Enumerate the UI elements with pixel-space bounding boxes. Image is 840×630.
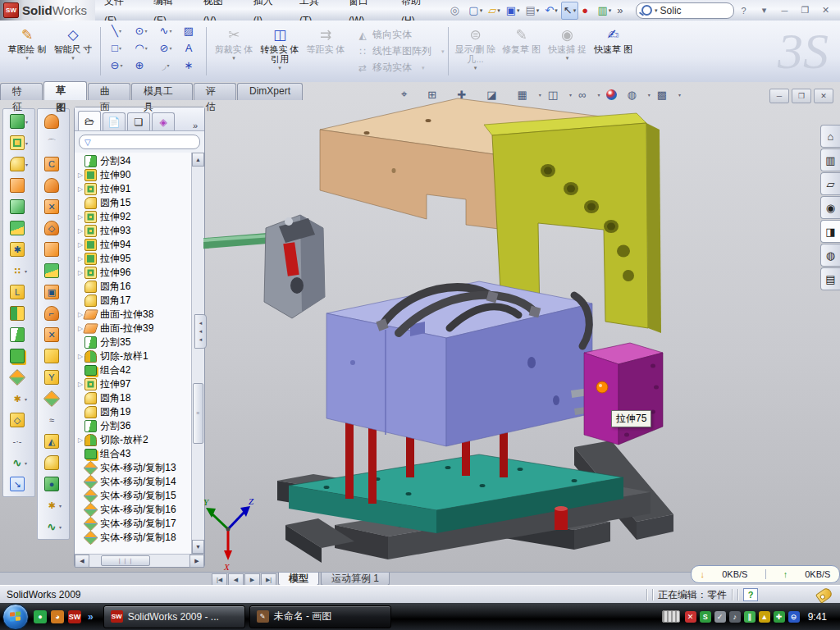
pan-icon[interactable]: ✚ ▾	[454, 86, 482, 103]
text-tool-icon[interactable]: A ▾	[178, 39, 203, 57]
helix-icon[interactable]: ∿ ▾	[4, 452, 34, 473]
display-delete-relations-button[interactable]: ⊜ 显示/删 除几... ▾	[454, 23, 498, 80]
update-icon[interactable]: ✓	[714, 611, 726, 623]
tab-nav-button[interactable]: ◀	[228, 573, 244, 586]
ripple-icon[interactable]: ≈ ▾	[39, 409, 68, 431]
feature-tree-item[interactable]: ▷ 拉伸92	[76, 210, 191, 224]
model-magenta-block[interactable]	[584, 343, 663, 445]
feature-tree-item[interactable]: 分割35	[76, 336, 191, 349]
doc-restore-button[interactable]: ❐	[792, 89, 811, 103]
fillet-icon[interactable]: ▾	[4, 153, 34, 175]
extrude-cut-icon[interactable]: ▾	[4, 132, 34, 153]
wrap-icon[interactable]: ✱ ▾	[4, 239, 34, 260]
sync-blocked-icon[interactable]: ⊖	[788, 611, 800, 623]
section-view-icon[interactable]: ◪ ▾	[484, 86, 513, 103]
commandmanager-tab[interactable]: 评估	[194, 83, 236, 100]
feature-tree-item[interactable]: 圆角16	[76, 280, 191, 294]
commandmanager-tab[interactable]: 曲面	[88, 83, 130, 100]
zoom-fit-icon[interactable]: ⌖ ▾	[399, 86, 423, 103]
keyboard-layout-icon[interactable]	[662, 610, 680, 623]
repair-sketch-button[interactable]: ✎ 修复草 图 ▾	[500, 23, 544, 80]
search-results-tab[interactable]: ◉	[820, 196, 840, 219]
feature-tree-item[interactable]: 实体-移动/复制17	[76, 517, 191, 531]
convert-entities-button[interactable]: ◫ 转换实 体引用 ▾	[258, 23, 302, 80]
overflow-icon[interactable]: » ▾	[614, 2, 629, 20]
print-icon[interactable]: ▤ ▾	[523, 2, 542, 20]
scroll-up-button[interactable]: ▲	[192, 153, 204, 167]
feature-tree-item[interactable]: ▷ 拉伸91	[76, 182, 191, 196]
start-button[interactable]	[2, 604, 29, 630]
quick-launch-chevron[interactable]: »	[88, 611, 94, 623]
sketch-fillet-tool-icon[interactable]: ◞ ▾	[153, 57, 178, 74]
selection-box-tool-icon[interactable]: ▨ ▾	[178, 22, 203, 39]
tab-nav-button[interactable]: ▶|	[261, 573, 276, 586]
draft-icon[interactable]: ▾	[4, 217, 34, 239]
revolved-cut-icon[interactable]: ⌒ ▾	[39, 132, 68, 153]
delete-body-icon[interactable]: ✕ ▾	[39, 324, 68, 345]
ellipse-tool-icon[interactable]: ⊘ ▾	[153, 39, 178, 57]
feature-tree-item[interactable]: ▷ 拉伸90	[76, 168, 191, 182]
tree-horizontal-scrollbar[interactable]: ◀ ❘❘❘ ▶	[75, 554, 204, 567]
help-button[interactable]: ?	[734, 2, 753, 19]
plane-icon[interactable]: ◇ ▾	[4, 409, 34, 431]
options-icon[interactable]: ▥ ▾	[596, 2, 614, 20]
rapid-sketch-button[interactable]: ✍ 快速草 图 ▾	[591, 23, 636, 80]
polygon-tool-icon[interactable]: ⊕ ▾	[129, 57, 153, 74]
fillet-face-icon[interactable]: ▾	[39, 452, 68, 473]
media-icon[interactable]: ◕	[51, 610, 64, 623]
edit-scene-icon[interactable]: ▩ ▾	[655, 86, 683, 103]
tree-filter-input[interactable]: ▽	[79, 135, 200, 149]
model-mold-block[interactable]	[326, 281, 593, 446]
spline-tool-icon[interactable]: ∿ ▾	[153, 22, 178, 39]
feature-tree-item[interactable]: 组合43	[76, 447, 191, 461]
scroll-right-button[interactable]: ▶	[189, 555, 204, 568]
taskbar-clock[interactable]: 9:41	[805, 611, 833, 623]
feature-tree-item[interactable]: 实体-移动/复制16	[76, 503, 191, 517]
feature-tree-item[interactable]: 圆角17	[76, 294, 191, 308]
stoplight-icon[interactable]: ● ▾	[579, 2, 594, 20]
feature-tree-item[interactable]: ▷ 拉伸97	[76, 377, 191, 391]
linear-pattern-icon[interactable]: ∷ ▾	[4, 260, 34, 281]
scroll-thumb[interactable]: ≡	[193, 383, 203, 444]
hide-show-items-icon[interactable]: ∞ ▾	[576, 86, 602, 103]
search-input[interactable]: ▾ Solic	[636, 2, 734, 19]
feature-tree-item[interactable]: ▷ 拉伸95	[76, 252, 191, 266]
mirror-entities-button[interactable]: ◭ 镜向实体 ▾	[356, 28, 445, 43]
commandmanager-tab[interactable]: DimXpert	[237, 83, 303, 100]
feature-tree-item[interactable]: 实体-移动/复制18	[76, 531, 191, 545]
feature-tree-item[interactable]: 圆角18	[76, 391, 191, 405]
close-button[interactable]: ✕	[816, 2, 835, 19]
trim-entities-button[interactable]: ✂ 剪裁实 体 ▾	[212, 23, 256, 80]
flex-icon[interactable]: ◇ ▾	[39, 217, 68, 239]
feature-tree-item[interactable]: ▷ 拉伸93	[76, 224, 191, 238]
feature-tree-item[interactable]: ▷ 曲面-拉伸38	[76, 308, 191, 322]
dimxpertmanager-tab[interactable]: ◈	[152, 112, 175, 130]
feature-tree-item[interactable]: 分割36	[76, 419, 191, 433]
axis-icon[interactable]: -·- ▾	[4, 431, 34, 452]
pin-icon[interactable]: ◎ ▾	[448, 2, 466, 20]
restore-button[interactable]: ❐	[796, 2, 815, 19]
line-tool-icon[interactable]: ╲ ▾	[104, 22, 129, 39]
open-icon[interactable]: ▱ ▾	[486, 2, 503, 20]
tab-nav-button[interactable]: ▶	[244, 573, 260, 586]
configurationmanager-tab[interactable]: ❏	[127, 112, 150, 130]
display-style-icon[interactable]: ◫ ▾	[546, 86, 574, 103]
circle-tool-icon[interactable]: ⊙ ▾	[129, 22, 153, 39]
rectangle-tool-icon[interactable]: □ ▾	[104, 39, 129, 57]
network-warning-icon[interactable]: ▲	[759, 611, 770, 623]
taskbar-task-button[interactable]: SW SolidWorks 2009 - ...	[103, 605, 245, 628]
stack-bodies-icon[interactable]: ▣ ▾	[39, 281, 68, 303]
helix2-icon[interactable]: ∿ ▾	[39, 516, 68, 537]
scroll-down-button[interactable]: ▼	[192, 540, 204, 554]
sketch-star-icon[interactable]: ✱ ▾	[4, 388, 34, 409]
graphics-viewport[interactable]: X Y Z ⌖ ▾	[203, 82, 840, 572]
scroll-left-button[interactable]: ◀	[75, 555, 89, 568]
appearances-tab[interactable]: ◍	[820, 244, 840, 267]
design-library-tab[interactable]: ▥	[820, 148, 840, 171]
scroll-thumb-h[interactable]: ❘❘❘	[101, 555, 150, 566]
feature-tree-item[interactable]: ▷ 切除-放样2	[76, 433, 191, 447]
zoom-area-icon[interactable]: ⊞ ▾	[425, 86, 453, 103]
vpn-icon[interactable]: ∥	[744, 611, 756, 623]
feature-tree-item[interactable]: ▷ 拉伸96	[76, 266, 191, 280]
file-explorer-tab[interactable]: ▱	[820, 172, 840, 195]
